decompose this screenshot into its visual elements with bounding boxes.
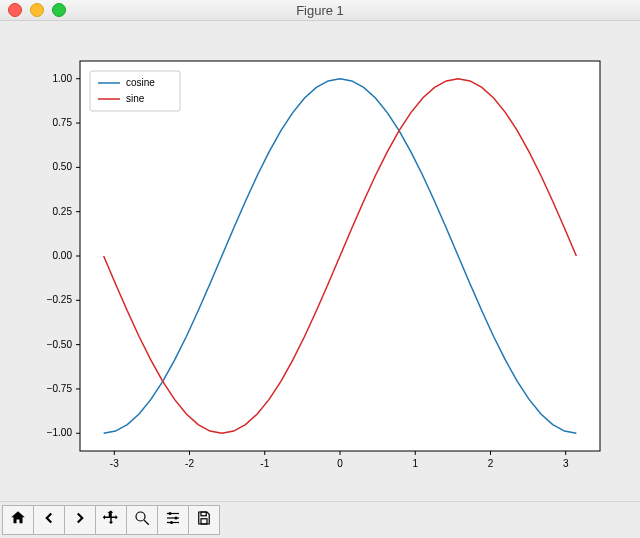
svg-point-26	[175, 517, 178, 520]
zoom-button[interactable]	[126, 505, 158, 535]
svg-point-27	[170, 521, 173, 524]
arrow-right-icon	[71, 509, 89, 531]
x-tick-label: -3	[110, 458, 119, 469]
x-tick-label: 0	[337, 458, 343, 469]
pan-button[interactable]	[95, 505, 127, 535]
back-button[interactable]	[33, 505, 65, 535]
y-tick-label: 1.00	[53, 73, 73, 84]
legend-label: cosine	[126, 77, 155, 88]
svg-point-25	[169, 512, 172, 515]
y-tick-label: −1.00	[47, 428, 73, 439]
svg-point-20	[136, 512, 145, 521]
svg-rect-28	[201, 512, 206, 516]
svg-rect-29	[201, 519, 207, 524]
sliders-icon	[164, 509, 182, 531]
move-icon	[102, 509, 120, 531]
x-tick-label: -1	[260, 458, 269, 469]
floppy-disk-icon	[195, 509, 213, 531]
y-axis: −1.00−0.75−0.50−0.250.000.250.500.751.00	[47, 73, 80, 439]
app-window: Figure 1 -3-2-10123−1.00−0.75−0.50−0.250…	[0, 0, 640, 538]
y-tick-label: 0.50	[53, 162, 73, 173]
y-tick-label: 0.75	[53, 117, 73, 128]
home-button[interactable]	[2, 505, 34, 535]
matplotlib-toolbar	[0, 501, 640, 538]
y-tick-label: 0.25	[53, 206, 73, 217]
y-tick-label: −0.25	[47, 295, 73, 306]
x-tick-label: -2	[185, 458, 194, 469]
window-title: Figure 1	[0, 3, 640, 18]
legend: cosinesine	[90, 71, 180, 111]
x-tick-label: 1	[412, 458, 418, 469]
configure-button[interactable]	[157, 505, 189, 535]
x-axis: -3-2-10123	[110, 451, 569, 469]
arrow-left-icon	[40, 509, 58, 531]
svg-line-21	[144, 520, 149, 525]
chart: -3-2-10123−1.00−0.75−0.50−0.250.000.250.…	[0, 21, 640, 501]
y-tick-label: −0.50	[47, 339, 73, 350]
figure-canvas[interactable]: -3-2-10123−1.00−0.75−0.50−0.250.000.250.…	[0, 21, 640, 501]
y-tick-label: −0.75	[47, 383, 73, 394]
save-button[interactable]	[188, 505, 220, 535]
titlebar: Figure 1	[0, 0, 640, 21]
y-tick-label: 0.00	[53, 250, 73, 261]
home-icon	[9, 509, 27, 531]
legend-label: sine	[126, 93, 145, 104]
forward-button[interactable]	[64, 505, 96, 535]
magnifier-icon	[133, 509, 151, 531]
x-tick-label: 3	[563, 458, 569, 469]
x-tick-label: 2	[488, 458, 494, 469]
